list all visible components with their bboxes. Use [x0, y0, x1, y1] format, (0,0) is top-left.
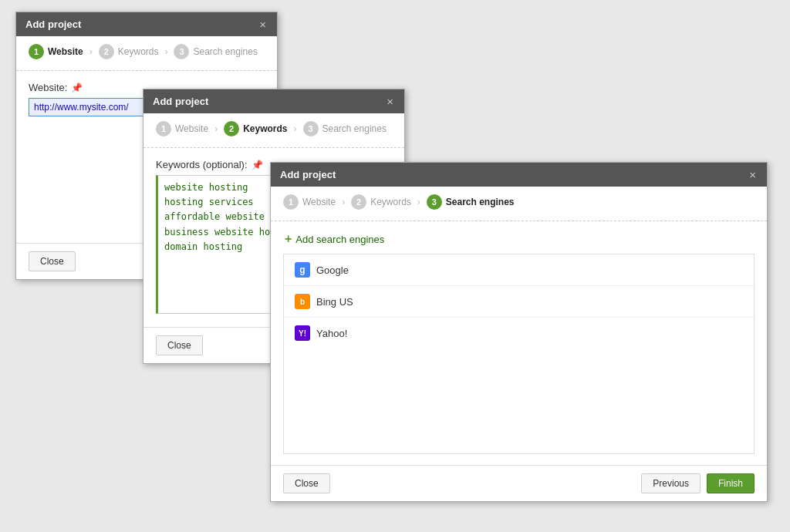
dialog-website-close[interactable]: × — [258, 19, 268, 30]
step-2-label: Keywords — [118, 46, 159, 57]
close-button-1[interactable]: Close — [29, 251, 76, 271]
stepper-keywords: 1 Website › 2 Keywords › 3 Search engine… — [143, 113, 404, 148]
step-s1-num: 1 — [283, 194, 299, 210]
step-s3-search: 3 Search engines — [427, 194, 515, 210]
step-1-website: 1 Website — [29, 44, 83, 59]
keywords-pin-icon: 📌 — [252, 160, 263, 170]
dialog-search-header: Add project × — [271, 163, 767, 187]
step-k-arrow-2: › — [294, 123, 297, 134]
dialog-search-title: Add project — [280, 169, 336, 180]
step-1-label: Website — [48, 46, 83, 57]
step-2-num: 2 — [99, 44, 114, 59]
step-arrow-1: › — [89, 46, 93, 57]
stepper-website: 1 Website › 2 Keywords › 3 Search engine… — [16, 36, 277, 71]
step-k2-num: 2 — [224, 121, 239, 136]
bing-label: Bing US — [316, 296, 353, 308]
dialog-search-body: + Add search engines g Google b Bing US … — [271, 221, 767, 465]
close-button-3[interactable]: Close — [283, 473, 330, 493]
dialog-search-close[interactable]: × — [748, 169, 758, 180]
step-s1-label: Website — [302, 197, 336, 207]
google-label: Google — [316, 264, 349, 276]
dialog-search-footer: Close Previous Finish — [271, 465, 767, 501]
add-engines-link[interactable]: + Add search engines — [283, 232, 755, 246]
step-3-label: Search engines — [193, 46, 257, 57]
pin-icon: 📌 — [71, 82, 83, 93]
step-2-keywords: 2 Keywords — [99, 44, 159, 59]
yahoo-icon: Y! — [295, 325, 310, 341]
dialog-keywords-title: Add project — [153, 96, 208, 107]
step-s2-label: Keywords — [370, 197, 411, 207]
stepper-search: 1 Website › 2 Keywords › 3 Search engine… — [271, 187, 767, 221]
step-1-num: 1 — [29, 44, 44, 59]
google-icon: g — [295, 262, 310, 278]
dialog-keywords-header: Add project × — [143, 89, 404, 113]
step-3-search: 3 Search engines — [174, 44, 257, 59]
dialog-keywords-close[interactable]: × — [385, 96, 395, 107]
dialog-website-title: Add project — [25, 19, 81, 30]
finish-button[interactable]: Finish — [707, 473, 755, 493]
close-button-2[interactable]: Close — [156, 335, 203, 355]
step-s3-label: Search engines — [446, 197, 515, 207]
bing-icon: b — [295, 294, 310, 309]
dialog-search-engines: Add project × 1 Website › 2 Keywords › 3… — [270, 162, 768, 502]
step-k3-label: Search engines — [322, 123, 387, 134]
plus-icon: + — [285, 232, 292, 246]
step-k2-label: Keywords — [243, 123, 287, 134]
yahoo-label: Yahoo! — [316, 328, 347, 339]
step-k1-website: 1 Website — [156, 121, 208, 136]
engine-item-bing: b Bing US — [284, 286, 754, 318]
engine-item-yahoo: Y! Yahoo! — [284, 318, 754, 348]
step-s2-num: 2 — [351, 194, 366, 210]
previous-button[interactable]: Previous — [641, 473, 701, 493]
step-3-num: 3 — [174, 44, 189, 59]
step-k3-search: 3 Search engines — [303, 121, 387, 136]
step-s-arrow-1: › — [342, 197, 345, 207]
engine-list: g Google b Bing US Y! Yahoo! — [283, 254, 755, 454]
footer-right-buttons: Previous Finish — [641, 473, 755, 493]
engine-item-google: g Google — [284, 254, 754, 286]
step-k1-label: Website — [175, 123, 208, 134]
step-k3-num: 3 — [303, 121, 319, 136]
dialog-website-header: Add project × — [16, 12, 277, 36]
step-s-arrow-2: › — [417, 197, 420, 207]
step-s1-website: 1 Website — [283, 194, 336, 210]
step-k-arrow-1: › — [214, 123, 218, 134]
step-k2-keywords: 2 Keywords — [224, 121, 287, 136]
step-s2-keywords: 2 Keywords — [351, 194, 411, 210]
step-s3-num: 3 — [427, 194, 442, 210]
step-k1-num: 1 — [156, 121, 171, 136]
step-arrow-2: › — [164, 46, 167, 57]
